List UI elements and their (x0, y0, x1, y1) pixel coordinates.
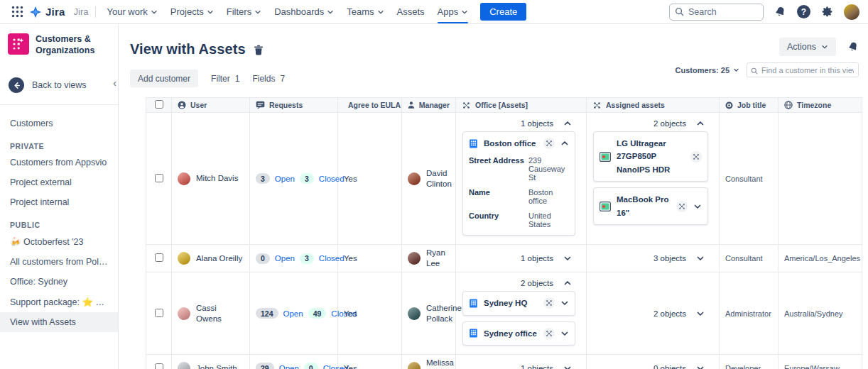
assigned-assets-cell: 2 objects (587, 272, 720, 355)
closed-requests-link[interactable]: Closed (319, 175, 345, 183)
actions-button[interactable]: Actions (779, 38, 836, 56)
find-customer-search (747, 62, 859, 77)
delete-view-trash-icon[interactable] (254, 45, 264, 55)
building-icon (469, 299, 478, 308)
objects-count: 1 objects (521, 254, 553, 263)
asset-photo-icon (600, 152, 611, 162)
office-count-toggle[interactable]: 1 objects (462, 360, 580, 369)
manager-name: David Clinton (426, 168, 452, 189)
nav-item-teams[interactable]: Teams (340, 0, 390, 23)
office-object-card[interactable]: Boston office Street Address239 Causeway… (462, 131, 575, 236)
nav-item-projects[interactable]: Projects (164, 0, 220, 23)
asset-object-badge-icon[interactable] (543, 328, 555, 339)
sidebar-item-project-internal[interactable]: Project internal (0, 192, 118, 212)
user-cell[interactable]: Alana Oreilly (178, 252, 244, 265)
open-requests-link[interactable]: Open (275, 254, 295, 263)
main-content: View with Assets Actions Customers: 25 (119, 24, 868, 369)
assigned-assets-count-toggle[interactable]: 0 objects (592, 360, 713, 369)
open-requests-link[interactable]: Open (279, 364, 299, 369)
user-cell[interactable]: Mitch Davis (178, 172, 244, 185)
nav-item-dashboards[interactable]: Dashboards (268, 0, 340, 23)
chevron-down-icon[interactable] (560, 329, 569, 338)
row-checkbox[interactable] (155, 309, 163, 317)
watch-bell-icon[interactable] (847, 41, 859, 53)
object-name: Sydney office (484, 327, 538, 340)
office-count-toggle[interactable]: 1 objects (462, 250, 580, 266)
sidebar-item-view-with-assets[interactable]: View with Assets (0, 312, 118, 332)
asset-object-card[interactable]: MacBook Pro 16" (593, 187, 708, 225)
sidebar-item-customers[interactable]: Customers (0, 114, 118, 133)
sidebar-heading-private: PRIVATE (0, 133, 118, 153)
manager-name: Ryan Lee (426, 248, 450, 269)
manager-cell[interactable]: Melissa Smith (408, 358, 450, 369)
timezone-value: America/Los_Angeles (779, 245, 862, 272)
manager-cell[interactable]: Ryan Lee (408, 248, 450, 269)
nav-item-filters[interactable]: Filters (220, 0, 268, 23)
chevron-up-icon[interactable] (563, 119, 572, 128)
chevron-down-icon[interactable] (696, 309, 705, 318)
sidebar-item-customers-from-appsvio[interactable]: Customers from Appsvio (0, 153, 118, 172)
asset-object-badge-icon[interactable] (676, 201, 688, 212)
chevron-up-icon[interactable] (696, 119, 705, 128)
open-requests-link[interactable]: Open (275, 175, 295, 183)
sidebar-item-support-package-vip[interactable]: Support package: ⭐ VIP (0, 292, 118, 312)
chevron-down-icon[interactable] (696, 254, 705, 263)
asset-object-badge-icon[interactable] (543, 138, 555, 149)
objects-count: 2 objects (521, 279, 553, 287)
manager-cell[interactable]: Catherine Pollack (408, 303, 450, 324)
nav-item-your-work[interactable]: Your work (100, 0, 163, 23)
user-cell[interactable]: Cassi Owens (178, 303, 244, 324)
chevron-down-icon[interactable] (563, 254, 572, 263)
chevron-down-icon[interactable] (693, 202, 702, 211)
chevron-up-icon[interactable] (563, 279, 572, 287)
notifications-bell-icon[interactable] (774, 6, 786, 18)
user-cell[interactable]: John Smith (178, 362, 244, 369)
chevron-up-icon[interactable] (560, 139, 569, 148)
back-to-views[interactable]: Back to views (0, 59, 118, 104)
chevron-down-icon (821, 43, 828, 50)
object-name: Sydney HQ (484, 297, 538, 309)
sidebar-collapse-icon[interactable]: ‹ (113, 79, 116, 87)
chevron-down-icon[interactable] (696, 364, 705, 369)
chevron-down-icon[interactable] (563, 364, 572, 369)
nav-item-apps[interactable]: Apps (431, 0, 475, 23)
object-name: Boston office (484, 137, 538, 150)
fields-button[interactable]: Fields7 (252, 74, 285, 84)
chevron-down-icon[interactable] (560, 299, 569, 307)
help-icon[interactable]: ? (797, 5, 810, 18)
find-customer-input[interactable] (747, 62, 859, 77)
nav-item-assets[interactable]: Assets (391, 0, 431, 23)
sidebar-item-octoberfest[interactable]: 🍻 Octoberfest '23 (0, 231, 118, 252)
assigned-assets-count-toggle[interactable]: 2 objects (592, 306, 713, 321)
office-object-card[interactable]: Sydney HQ (462, 291, 575, 315)
manager-cell[interactable]: David Clinton (408, 168, 450, 189)
app-switcher-icon[interactable] (7, 3, 28, 21)
row-checkbox[interactable] (155, 363, 163, 369)
row-checkbox[interactable] (155, 174, 163, 182)
office-count-toggle[interactable]: 1 objects (462, 116, 580, 131)
user-name: Cassi Owens (196, 303, 244, 324)
asset-object-card[interactable]: LG Ultragear 27GP850P NanoIPS HDR (593, 131, 708, 182)
sidebar-item-office-sydney[interactable]: Office: Sydney (0, 272, 118, 292)
asset-object-badge-icon[interactable] (690, 151, 702, 163)
add-customer-button[interactable]: Add customer (130, 70, 198, 87)
user-avatar[interactable] (844, 4, 859, 20)
create-button[interactable]: Create (480, 3, 526, 21)
jira-logo[interactable]: Jira (28, 6, 70, 18)
row-checkbox[interactable] (155, 253, 163, 262)
sidebar-item-project-external[interactable]: Project external (0, 172, 118, 192)
asset-object-badge-icon[interactable] (543, 297, 555, 309)
globe-icon (784, 101, 793, 109)
closed-requests-link[interactable]: Closed (319, 254, 345, 263)
settings-gear-icon[interactable] (821, 6, 833, 18)
open-requests-link[interactable]: Open (283, 309, 303, 318)
sidebar-item-all-customers-poland[interactable]: All customers from Poland (0, 252, 118, 272)
office-object-card[interactable]: Sydney office (462, 321, 575, 346)
office-count-toggle[interactable]: 2 objects (462, 275, 580, 291)
assigned-assets-count-toggle[interactable]: 2 objects (592, 116, 713, 131)
jira-logo-text: Jira (45, 6, 65, 18)
select-all-checkbox[interactable] (155, 100, 163, 109)
filter-button[interactable]: Filter1 (211, 74, 239, 84)
customers-count-dropdown[interactable]: Customers: 25 (676, 66, 739, 75)
assigned-assets-count-toggle[interactable]: 3 objects (592, 250, 713, 266)
